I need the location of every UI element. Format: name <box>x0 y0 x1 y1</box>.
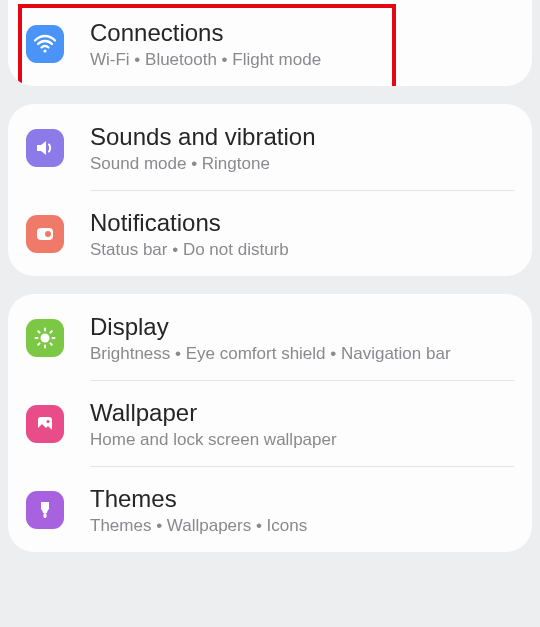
settings-item-title: Connections <box>90 18 321 48</box>
speaker-icon <box>26 129 64 167</box>
svg-line-10 <box>38 343 39 344</box>
settings-item-subtitle: Home and lock screen wallpaper <box>90 430 337 450</box>
settings-item-title: Themes <box>90 484 307 514</box>
settings-group-3: Display Brightness • Eye comfort shield … <box>8 294 532 552</box>
settings-item-display[interactable]: Display Brightness • Eye comfort shield … <box>8 294 532 380</box>
svg-point-0 <box>43 49 46 52</box>
settings-item-title: Notifications <box>90 208 289 238</box>
svg-line-11 <box>50 331 51 332</box>
svg-point-3 <box>41 334 50 343</box>
settings-item-text: Themes Themes • Wallpapers • Icons <box>90 484 307 536</box>
svg-line-9 <box>50 343 51 344</box>
settings-group-1: Connections Wi-Fi • Bluetooth • Flight m… <box>8 0 532 86</box>
settings-item-title: Wallpaper <box>90 398 337 428</box>
settings-item-subtitle: Brightness • Eye comfort shield • Naviga… <box>90 344 451 364</box>
settings-item-text: Display Brightness • Eye comfort shield … <box>90 312 451 364</box>
settings-item-text: Connections Wi-Fi • Bluetooth • Flight m… <box>90 18 321 70</box>
settings-item-title: Sounds and vibration <box>90 122 316 152</box>
svg-rect-14 <box>44 513 47 518</box>
settings-item-wallpaper[interactable]: Wallpaper Home and lock screen wallpaper <box>8 380 532 466</box>
settings-item-text: Sounds and vibration Sound mode • Ringto… <box>90 122 316 174</box>
sun-icon <box>26 319 64 357</box>
settings-item-title: Display <box>90 312 451 342</box>
wifi-icon <box>26 25 64 63</box>
settings-item-subtitle: Status bar • Do not disturb <box>90 240 289 260</box>
settings-item-notifications[interactable]: Notifications Status bar • Do not distur… <box>8 190 532 276</box>
settings-item-subtitle: Wi-Fi • Bluetooth • Flight mode <box>90 50 321 70</box>
notification-icon <box>26 215 64 253</box>
settings-item-subtitle: Sound mode • Ringtone <box>90 154 316 174</box>
svg-line-8 <box>38 331 39 332</box>
settings-group-2: Sounds and vibration Sound mode • Ringto… <box>8 104 532 276</box>
settings-item-subtitle: Themes • Wallpapers • Icons <box>90 516 307 536</box>
brush-icon <box>26 491 64 529</box>
svg-point-13 <box>47 420 50 423</box>
image-icon <box>26 405 64 443</box>
settings-item-text: Notifications Status bar • Do not distur… <box>90 208 289 260</box>
svg-point-2 <box>45 231 51 237</box>
settings-item-text: Wallpaper Home and lock screen wallpaper <box>90 398 337 450</box>
settings-item-connections[interactable]: Connections Wi-Fi • Bluetooth • Flight m… <box>8 0 532 86</box>
settings-item-themes[interactable]: Themes Themes • Wallpapers • Icons <box>8 466 532 552</box>
settings-item-sounds[interactable]: Sounds and vibration Sound mode • Ringto… <box>8 104 532 190</box>
